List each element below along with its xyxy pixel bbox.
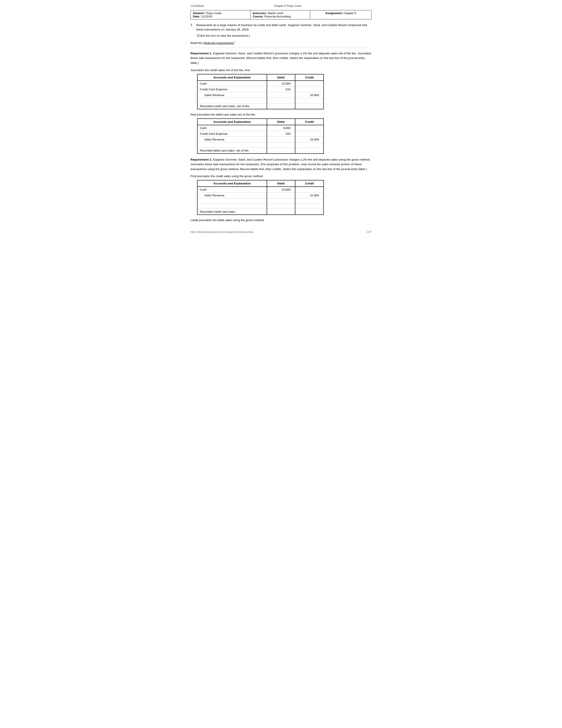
footer-url: https://xlitemprod.pearsoncmg.com/api/v1…	[191, 231, 253, 233]
credit-gross-instruction: First journalize the credit sales using …	[191, 174, 371, 178]
credit-empty-1	[295, 98, 323, 103]
debit-explanation-1	[267, 103, 295, 109]
credit-cce-1	[295, 86, 323, 92]
col-header-accounts-3: Accounts and Explanation	[197, 180, 267, 187]
footnote1-text: 1(Click the icon to view the transaction…	[196, 33, 371, 38]
credit-empty-3b	[295, 204, 323, 209]
debit-cash-3: 10,800	[267, 187, 295, 193]
debit-cce-1: 216	[267, 86, 295, 92]
credit-explanation-1	[295, 103, 323, 109]
credit-cash-2	[295, 125, 323, 131]
debit-cash-2: 9,800	[267, 125, 295, 131]
table-row: Cash 10,584	[197, 81, 323, 87]
requirements-link[interactable]: Read the requirements	[204, 41, 234, 45]
credit-sales-1: 10,800	[295, 92, 323, 98]
account-cce-2: Credit Card Expense	[197, 131, 267, 137]
credit-instruction: Journalize the credit sales net of the f…	[191, 68, 371, 72]
col-header-credit-1: Credit	[295, 74, 323, 81]
debit-empty-3	[267, 198, 295, 204]
debit-sales-3	[267, 193, 295, 198]
credit-explanation-2	[295, 148, 323, 154]
page-header: 11/10/2018 Chapter 8-Thays Costa	[191, 4, 371, 8]
explanation-3: Recorded credit card sales.	[197, 209, 267, 215]
journal-table-3: Accounts and Explanation Debit Credit Ca…	[197, 180, 324, 215]
account-sales-2: Sales Revenue	[197, 137, 267, 142]
question-text: Restaurants do a large volume of busines…	[196, 23, 371, 32]
col-header-debit-1: Debit	[267, 74, 295, 81]
section-divider	[191, 48, 371, 48]
table-row-empty	[197, 98, 323, 103]
account-sales-1: Sales Revenue	[197, 92, 267, 98]
debit-sales-2	[267, 137, 295, 142]
course-name: Financial Accounting	[264, 15, 290, 18]
req1-body: Suppose Summer, Sand, and Castles Resort…	[191, 52, 371, 64]
account-cce-1: Credit Card Expense	[197, 86, 267, 92]
header-date: 11/10/2018	[191, 4, 204, 8]
table-row-empty	[197, 198, 323, 204]
req2-label: Requirement 2.	[191, 158, 212, 161]
col-header-credit-2: Credit	[295, 119, 323, 125]
student-label: Student:	[193, 11, 205, 15]
credit-cash-1	[295, 81, 323, 87]
col-header-debit-2: Debit	[267, 119, 295, 125]
debit-cash-1: 10,584	[267, 81, 295, 87]
assignment-label: Assignment:	[325, 11, 343, 15]
requirement-2-block: Requirement 2. Suppose Summer, Sand, and…	[191, 157, 371, 172]
instructor-label: Instructor:	[253, 11, 268, 15]
question-1: 1. Restaurants do a large volume of busi…	[191, 23, 371, 39]
account-sales-3: Sales Revenue	[197, 193, 267, 198]
debit-explanation-2	[267, 148, 295, 154]
credit-sales-3: 10,800	[295, 193, 323, 198]
explanation-1: Recorded credit card sales, net of fee.	[197, 103, 267, 109]
credit-sales-2: 10,000	[295, 137, 323, 142]
credit-explanation-3	[295, 209, 323, 215]
requirement-2-text: Requirement 2. Suppose Summer, Sand, and…	[191, 157, 371, 172]
header-title: Chapter 8-Thays Costa	[274, 4, 301, 8]
account-cash-2: Cash	[197, 125, 267, 131]
col-header-credit-3: Credit	[295, 180, 323, 187]
col-header-accounts-2: Accounts and Explanation	[197, 119, 267, 125]
table-row: Cash 10,800	[197, 187, 323, 193]
col-header-accounts-1: Accounts and Explanation	[197, 74, 267, 81]
debit-cce-2: 200	[267, 131, 295, 137]
date-value: 11/10/18	[201, 15, 212, 18]
date-label: Date:	[193, 15, 201, 18]
student-info-table: Student: Thays Costa Date: 11/10/18 Inst…	[191, 10, 371, 19]
journal-table-2: Accounts and Explanation Debit Credit Ca…	[197, 118, 324, 154]
question-number: 1.	[191, 23, 195, 39]
course-label: Course:	[253, 15, 264, 18]
req2-body: Suppose Summer, Sand, and Castles Resort…	[191, 158, 370, 171]
debit-sales-1	[267, 92, 295, 98]
debit-empty-2	[267, 142, 295, 148]
explanation-2: Recorded debit card sales, net of fee.	[197, 148, 267, 154]
table-row: Cash 9,800	[197, 125, 323, 131]
journal-table-1: Accounts and Explanation Debit Credit Ca…	[197, 74, 324, 109]
account-empty-1	[197, 98, 267, 103]
credit-cash-3	[295, 187, 323, 193]
debit-empty-3b	[267, 204, 295, 209]
account-cash-3: Cash	[197, 187, 267, 193]
credit-cce-2	[295, 131, 323, 137]
debit-gross-instruction: Lastly journalize the debit sales using …	[191, 218, 371, 222]
table-row: Sales Revenue 10,800	[197, 92, 323, 98]
account-empty-2	[197, 142, 267, 148]
req1-label: Requirement 1.	[191, 52, 212, 55]
account-empty-3	[197, 198, 267, 204]
table-row: Sales Revenue 10,800	[197, 193, 323, 198]
table-row-explanation: Recorded credit card sales, net of fee.	[197, 103, 323, 109]
debit-empty-1	[267, 98, 295, 103]
table-row: Sales Revenue 10,000	[197, 137, 323, 142]
requirement-1-block: Requirement 1. Suppose Summer, Sand, and…	[191, 51, 371, 65]
instructor-name: Martin Levin	[268, 11, 283, 15]
footer-page: 1/37	[367, 231, 371, 233]
credit-empty-2	[295, 142, 323, 148]
table-row: Credit Card Expense 216	[197, 86, 323, 92]
table-row-empty	[197, 204, 323, 209]
table-row: Credit Card Expense 200	[197, 131, 323, 137]
account-cash-1: Cash	[197, 81, 267, 87]
table-row-explanation: Recorded credit card sales.	[197, 209, 323, 215]
col-header-debit-3: Debit	[267, 180, 295, 187]
credit-empty-3	[295, 198, 323, 204]
table-row-empty	[197, 142, 323, 148]
read-requirements: Read the Read the requirements2.	[191, 41, 371, 45]
